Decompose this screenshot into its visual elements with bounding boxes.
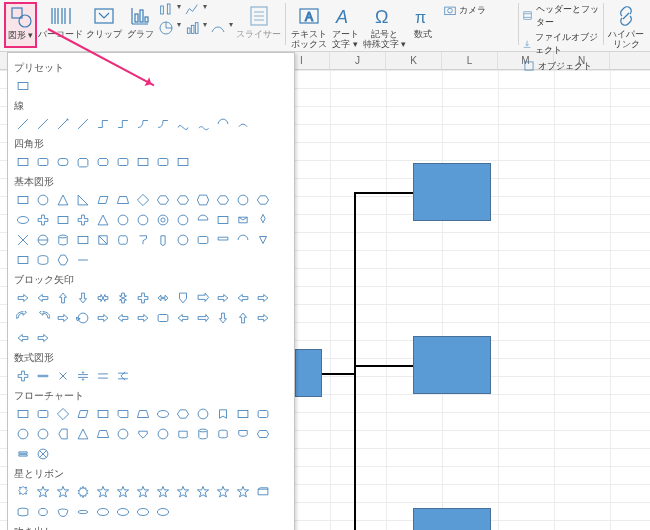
shape-option[interactable] bbox=[174, 231, 192, 249]
chart-bar-icon[interactable] bbox=[184, 20, 200, 36]
shape-option[interactable] bbox=[194, 483, 212, 501]
col-header-L[interactable]: L bbox=[442, 52, 498, 69]
chart-line-icon[interactable] bbox=[184, 2, 200, 18]
shape-option[interactable] bbox=[14, 405, 32, 423]
shape-option[interactable] bbox=[254, 231, 272, 249]
shape-option[interactable] bbox=[194, 115, 212, 133]
shape-option[interactable] bbox=[154, 115, 172, 133]
shape-option[interactable] bbox=[114, 231, 132, 249]
shape-option[interactable] bbox=[54, 483, 72, 501]
shape-option[interactable] bbox=[214, 211, 232, 229]
shape-option[interactable] bbox=[54, 367, 72, 385]
equation-button[interactable]: π 数式 bbox=[407, 2, 439, 48]
diagram-box[interactable] bbox=[413, 336, 491, 394]
shape-option[interactable] bbox=[114, 211, 132, 229]
shape-option[interactable] bbox=[94, 153, 112, 171]
shape-option[interactable] bbox=[54, 309, 72, 327]
shape-option[interactable] bbox=[54, 115, 72, 133]
shape-option[interactable] bbox=[154, 289, 172, 307]
shape-option[interactable] bbox=[74, 115, 92, 133]
shape-option[interactable] bbox=[94, 367, 112, 385]
shape-option[interactable] bbox=[34, 153, 52, 171]
shape-option[interactable] bbox=[14, 211, 32, 229]
shape-option[interactable] bbox=[154, 425, 172, 443]
shape-option[interactable] bbox=[114, 191, 132, 209]
shape-option[interactable] bbox=[94, 191, 112, 209]
shape-option[interactable] bbox=[94, 115, 112, 133]
shape-option[interactable] bbox=[114, 115, 132, 133]
shape-option[interactable] bbox=[34, 503, 52, 521]
shape-option[interactable] bbox=[14, 115, 32, 133]
shape-option[interactable] bbox=[94, 425, 112, 443]
shape-option[interactable] bbox=[14, 251, 32, 269]
symbol-button[interactable]: Ω 記号と 特殊文字 ▾ bbox=[361, 2, 407, 48]
shape-option[interactable] bbox=[174, 153, 192, 171]
shape-option[interactable] bbox=[254, 405, 272, 423]
shape-option[interactable] bbox=[254, 425, 272, 443]
shape-option[interactable] bbox=[234, 211, 252, 229]
shape-option[interactable] bbox=[34, 445, 52, 463]
shape-option[interactable] bbox=[14, 153, 32, 171]
shape-option[interactable] bbox=[154, 503, 172, 521]
shape-option[interactable] bbox=[214, 425, 232, 443]
shape-option[interactable] bbox=[114, 425, 132, 443]
shape-option[interactable] bbox=[174, 405, 192, 423]
shape-option[interactable] bbox=[234, 309, 252, 327]
shape-option[interactable] bbox=[134, 309, 152, 327]
shape-option[interactable] bbox=[54, 231, 72, 249]
shape-option[interactable] bbox=[34, 115, 52, 133]
shape-option[interactable] bbox=[214, 309, 232, 327]
shape-option[interactable] bbox=[114, 405, 132, 423]
shape-option[interactable] bbox=[254, 289, 272, 307]
shape-option[interactable] bbox=[74, 153, 92, 171]
col-header-J[interactable]: J bbox=[330, 52, 386, 69]
object-button[interactable]: オブジェクト bbox=[520, 58, 601, 74]
shape-option[interactable] bbox=[114, 289, 132, 307]
shape-option[interactable] bbox=[94, 503, 112, 521]
shape-option[interactable] bbox=[234, 425, 252, 443]
shape-option[interactable] bbox=[154, 405, 172, 423]
col-header-K[interactable]: K bbox=[386, 52, 442, 69]
chart-candle-icon[interactable] bbox=[158, 2, 174, 18]
shape-option[interactable] bbox=[134, 191, 152, 209]
shape-option[interactable] bbox=[14, 309, 32, 327]
camera-button[interactable]: カメラ bbox=[441, 2, 515, 18]
shape-option[interactable] bbox=[174, 425, 192, 443]
shape-option[interactable] bbox=[54, 251, 72, 269]
shape-option[interactable] bbox=[174, 211, 192, 229]
shape-option[interactable] bbox=[194, 231, 212, 249]
chart-misc-icon[interactable] bbox=[210, 20, 226, 36]
shape-option[interactable] bbox=[234, 289, 252, 307]
shape-option[interactable] bbox=[114, 483, 132, 501]
shape-option[interactable] bbox=[194, 425, 212, 443]
shape-option[interactable] bbox=[34, 289, 52, 307]
shape-option[interactable] bbox=[234, 115, 252, 133]
shape-option[interactable] bbox=[14, 483, 32, 501]
shape-option[interactable] bbox=[194, 211, 212, 229]
shape-option[interactable] bbox=[134, 153, 152, 171]
shapes-menu-button[interactable]: 図形 ▾ bbox=[4, 2, 37, 48]
shape-option[interactable] bbox=[34, 231, 52, 249]
chart-pie-icon[interactable] bbox=[158, 20, 174, 36]
shape-option[interactable] bbox=[14, 77, 32, 95]
chart-button[interactable]: グラフ bbox=[124, 2, 156, 48]
shape-option[interactable] bbox=[94, 289, 112, 307]
shape-option[interactable] bbox=[174, 191, 192, 209]
shape-option[interactable] bbox=[74, 211, 92, 229]
shape-option[interactable] bbox=[134, 405, 152, 423]
shape-option[interactable] bbox=[94, 405, 112, 423]
shape-option[interactable] bbox=[34, 211, 52, 229]
shape-option[interactable] bbox=[34, 329, 52, 347]
shape-option[interactable] bbox=[54, 211, 72, 229]
shape-option[interactable] bbox=[74, 289, 92, 307]
shape-option[interactable] bbox=[234, 483, 252, 501]
shape-option[interactable] bbox=[194, 289, 212, 307]
shape-option[interactable] bbox=[254, 211, 272, 229]
shape-option[interactable] bbox=[14, 329, 32, 347]
shape-option[interactable] bbox=[134, 289, 152, 307]
shape-option[interactable] bbox=[154, 231, 172, 249]
shape-option[interactable] bbox=[74, 367, 92, 385]
shape-option[interactable] bbox=[94, 483, 112, 501]
shape-option[interactable] bbox=[34, 251, 52, 269]
shape-option[interactable] bbox=[54, 289, 72, 307]
